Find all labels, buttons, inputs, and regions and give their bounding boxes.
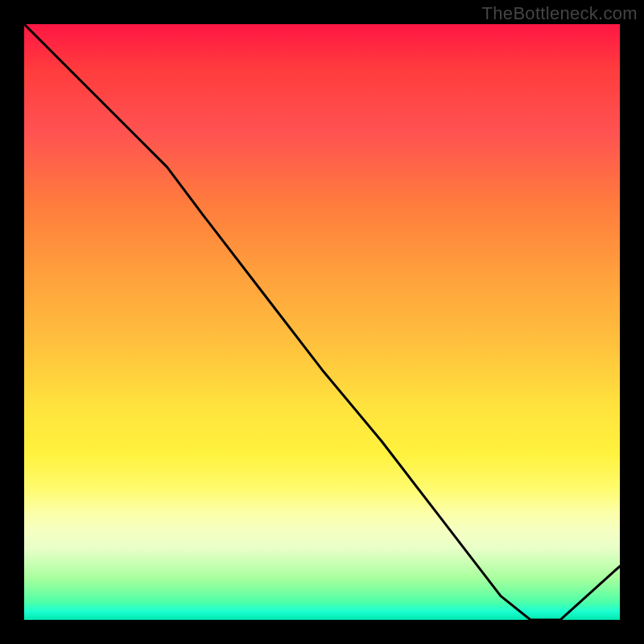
chart-plot-area xyxy=(24,24,620,620)
chart-line-svg xyxy=(24,24,620,620)
attribution-label: TheBottleneck.com xyxy=(482,3,638,24)
chart-curve xyxy=(24,24,620,620)
